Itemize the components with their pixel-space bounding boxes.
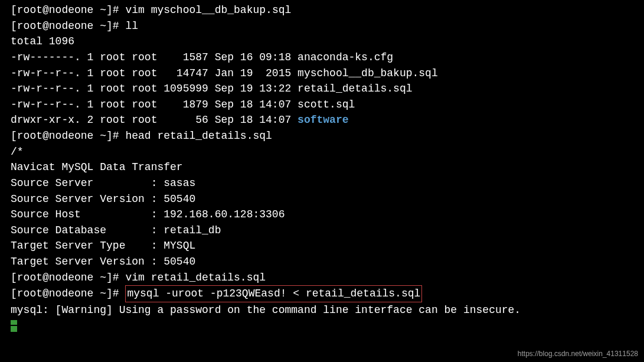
ls-entry: -rw-r--r--. 1 root root 1879 Sep 18 14:0… [11,97,633,113]
watermark-text: https://blog.csdn.net/weixin_41311528 [518,349,638,360]
ls-entry-dir: drwxr-xr-x. 2 root root 56 Sep 18 14:07 … [11,112,633,128]
head-output: Source Database : retail_db [11,223,633,239]
head-output: Source Server : sasas [11,175,633,191]
ls-entry: -rw-r--r--. 1 root root 14747 Jan 19 201… [11,66,633,81]
terminal-line: [root@nodeone ~]# mysql -uroot -p123QWEa… [11,285,633,302]
command: vim myschool__db_bakup.sql [125,4,291,16]
prompt: [root@nodeone ~]# [11,288,125,299]
ls-total: total 1096 [11,34,633,50]
highlighted-command: mysql -uroot -p123QWEasd! < retail_detai… [125,285,422,302]
prompt: [root@nodeone ~]# [11,20,125,32]
head-output: Navicat MySQL Data Transfer [11,159,633,175]
head-output: Target Server Type : MYSQL [11,238,633,254]
command: vim retail_details.sql [125,272,266,283]
ls-entry: -rw-------. 1 root root 1587 Sep 16 09:1… [11,50,633,66]
terminal-line: [root@nodeone ~]# vim myschool__db_bakup… [11,2,633,18]
head-output: /* [11,144,633,160]
folder-name: software [298,114,348,126]
prompt: [root@nodeone ~]# [11,130,125,142]
ls-entry: -rw-r--r--. 1 root root 1095999 Sep 19 1… [11,81,633,97]
command: head retail_details.sql [125,130,272,142]
head-output: Source Server Version : 50540 [11,191,633,207]
head-output: Target Server Version : 50540 [11,254,633,270]
terminal-line: [root@nodeone ~]# vim retail_details.sql [11,270,633,286]
prompt: [root@nodeone ~]# [11,4,125,16]
ls-dir-prefix: drwxr-xr-x. 2 root root 56 Sep 18 14:07 [11,114,298,126]
prompt: [root@nodeone ~]# [11,272,125,283]
terminal-line: [root@nodeone ~]# head retail_details.sq… [11,128,633,144]
command: ll [125,20,138,32]
mysql-warning: mysql: [Warning] Using a password on the… [11,302,633,318]
text-cursor-icon [11,320,17,332]
head-output: Source Host : 192.168.60.128:3306 [11,207,633,223]
cursor-line[interactable] [11,318,633,334]
terminal-line: [root@nodeone ~]# ll [11,18,633,34]
